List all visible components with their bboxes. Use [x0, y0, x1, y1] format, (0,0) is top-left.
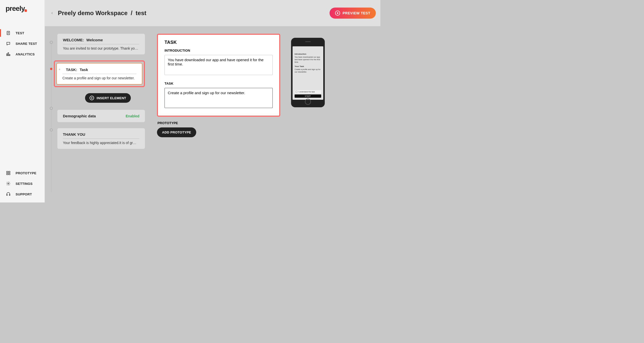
card-tag: TASK:: [66, 67, 77, 72]
preview-test-button[interactable]: PREVIEW TEST: [330, 8, 376, 19]
task-textarea[interactable]: [165, 88, 273, 108]
flow-card-task[interactable]: ≡ TASK: Task Create a profile and sign u…: [56, 63, 142, 85]
breadcrumb: Preely demo Workspace / test: [58, 10, 146, 17]
brand-logo: preely: [0, 0, 45, 17]
breadcrumb-current: test: [136, 10, 146, 16]
nav-item-support[interactable]: SUPPORT: [0, 189, 45, 199]
phone-understand-checkbox: I understand the task: [295, 90, 321, 93]
sidebar: preely TEST SHARE TEST ANALYTICS PR: [0, 0, 45, 202]
checkbox-icon: [296, 91, 297, 93]
document-icon: [6, 31, 11, 35]
flow-dot: [50, 128, 53, 131]
grid-icon: [6, 171, 11, 175]
detail-heading: TASK: [165, 40, 273, 45]
phone-intro-text: You have downloaded our app and have ope…: [295, 56, 321, 63]
phone-task-text: Create a profile and sign up for our new…: [295, 68, 321, 73]
svg-rect-10: [9, 174, 10, 175]
preview-label: PREVIEW TEST: [343, 11, 370, 15]
nav-label: PROTOTYPE: [16, 171, 36, 175]
flow-card-demographic[interactable]: Demographic data Enabled: [57, 110, 145, 122]
flow-card-welcome[interactable]: WELCOME: Welcome You are invited to test…: [57, 34, 145, 54]
card-body: Create a profile and sign up for our new…: [62, 74, 136, 80]
detail-column: TASK INTRODUCTION TASK PROTOTYPE ADD PRO…: [149, 26, 380, 202]
svg-rect-13: [9, 194, 10, 196]
flow-column: WELCOME: Welcome You are invited to test…: [45, 26, 149, 202]
nav-bottom: PROTOTYPE SETTINGS SUPPORT: [0, 168, 45, 199]
nav-item-analytics[interactable]: ANALYTICS: [0, 49, 45, 59]
svg-rect-4: [7, 54, 7, 56]
svg-rect-7: [7, 171, 8, 173]
phone-task-heading: Your Task: [295, 65, 321, 67]
nav-label: SUPPORT: [16, 192, 32, 196]
brand-text: preely: [6, 5, 25, 13]
flow-dot-active: [50, 68, 52, 70]
svg-point-11: [8, 183, 9, 184]
nav-top: TEST SHARE TEST ANALYTICS: [0, 28, 45, 59]
nav-item-test[interactable]: TEST: [0, 28, 45, 38]
svg-rect-6: [9, 55, 10, 56]
brand-dot-icon: [24, 9, 27, 12]
status-badge: Enabled: [126, 114, 139, 118]
flow-dot: [50, 41, 53, 44]
card-body: Your feedback is highly appreciated.It i…: [63, 139, 139, 145]
phone-screen: Introduction You have downloaded our app…: [293, 46, 323, 100]
flow-dot: [50, 107, 53, 110]
card-tag: WELCOME:: [63, 38, 84, 42]
svg-rect-12: [7, 194, 7, 196]
svg-rect-9: [7, 174, 8, 175]
introduction-label: INTRODUCTION: [165, 49, 273, 52]
flow-card-task-highlighted: ≡ TASK: Task Create a profile and sign u…: [54, 60, 145, 87]
gear-icon: [6, 181, 11, 186]
phone-start-button: START: [295, 94, 321, 98]
chat-icon: [6, 41, 11, 46]
nav-item-settings[interactable]: SETTINGS: [0, 178, 45, 189]
main-area: Preely demo Workspace / test PREVIEW TES…: [45, 0, 380, 202]
headset-icon: [6, 192, 11, 196]
prototype-label: PROTOTYPE: [157, 121, 280, 125]
nav-label: SETTINGS: [16, 182, 32, 186]
content: WELCOME: Welcome You are invited to test…: [45, 26, 380, 202]
task-detail-panel: TASK INTRODUCTION TASK: [157, 34, 280, 117]
card-name: Demographic data: [63, 114, 96, 118]
plus-circle-icon: +: [90, 96, 94, 100]
nav-label: SHARE TEST: [16, 42, 37, 46]
nav-label: TEST: [16, 31, 24, 35]
nav-item-share-test[interactable]: SHARE TEST: [0, 38, 45, 49]
insert-element-button[interactable]: + INSERT ELEMENT: [85, 93, 131, 103]
play-icon: [335, 11, 340, 16]
svg-rect-8: [9, 171, 10, 173]
card-tag: THANK YOU: [63, 132, 85, 136]
flow-card-thank-you[interactable]: THANK YOU Your feedback is highly apprec…: [57, 128, 145, 149]
phone-frame: Introduction You have downloaded our app…: [291, 38, 325, 107]
phone-check-label: I understand the task: [298, 91, 315, 93]
phone-preview-column: Introduction You have downloaded our app…: [280, 34, 336, 107]
nav-label: ANALYTICS: [16, 52, 35, 56]
breadcrumb-workspace[interactable]: Preely demo Workspace: [58, 10, 128, 16]
insert-label: INSERT ELEMENT: [97, 96, 126, 100]
flow-line: [51, 41, 52, 192]
card-body: You are invited to test our prototype. T…: [63, 44, 139, 50]
breadcrumb-sep: /: [131, 10, 133, 16]
phone-intro-heading: Introduction: [295, 53, 321, 55]
chevron-left-icon: [50, 11, 54, 15]
svg-rect-5: [8, 53, 9, 56]
task-label: TASK: [165, 82, 273, 85]
header: Preely demo Workspace / test PREVIEW TES…: [45, 0, 380, 26]
introduction-textarea[interactable]: [165, 55, 273, 75]
add-prototype-label: ADD PROTOTYPE: [162, 130, 191, 134]
drag-handle-icon[interactable]: ≡: [59, 68, 60, 71]
analytics-icon: [6, 52, 11, 56]
card-name: Task: [80, 67, 88, 72]
add-prototype-button[interactable]: ADD PROTOTYPE: [157, 127, 196, 137]
card-name: Welcome: [86, 38, 103, 42]
nav-item-prototype[interactable]: PROTOTYPE: [0, 168, 45, 178]
back-button[interactable]: [49, 10, 55, 16]
